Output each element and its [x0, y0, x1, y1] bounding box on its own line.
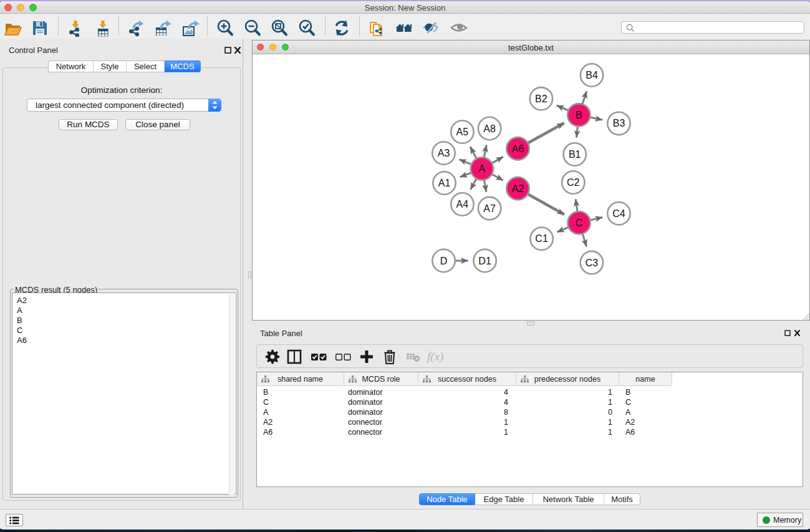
- svg-text:A1: A1: [438, 178, 451, 188]
- svg-text:D: D: [440, 256, 448, 266]
- svg-text:B2: B2: [535, 94, 547, 104]
- svg-text:B3: B3: [613, 118, 625, 128]
- svg-text:A2: A2: [512, 183, 524, 194]
- svg-text:A3: A3: [438, 148, 450, 158]
- svg-text:A5: A5: [456, 127, 469, 137]
- svg-text:A: A: [479, 163, 486, 174]
- svg-text:C2: C2: [567, 177, 580, 188]
- svg-text:C1: C1: [535, 233, 548, 244]
- svg-text:A6: A6: [512, 143, 524, 154]
- svg-text:B4: B4: [586, 70, 598, 80]
- svg-text:D1: D1: [478, 256, 491, 266]
- svg-text:f(x): f(x): [427, 350, 443, 364]
- svg-text:A4: A4: [456, 199, 469, 210]
- svg-text:A7: A7: [483, 203, 496, 214]
- svg-text:C4: C4: [612, 208, 625, 219]
- svg-text:C: C: [576, 218, 583, 228]
- svg-text:A8: A8: [483, 123, 496, 134]
- svg-text:B: B: [576, 110, 582, 120]
- svg-text:C3: C3: [586, 258, 599, 268]
- svg-text:B1: B1: [569, 149, 581, 160]
